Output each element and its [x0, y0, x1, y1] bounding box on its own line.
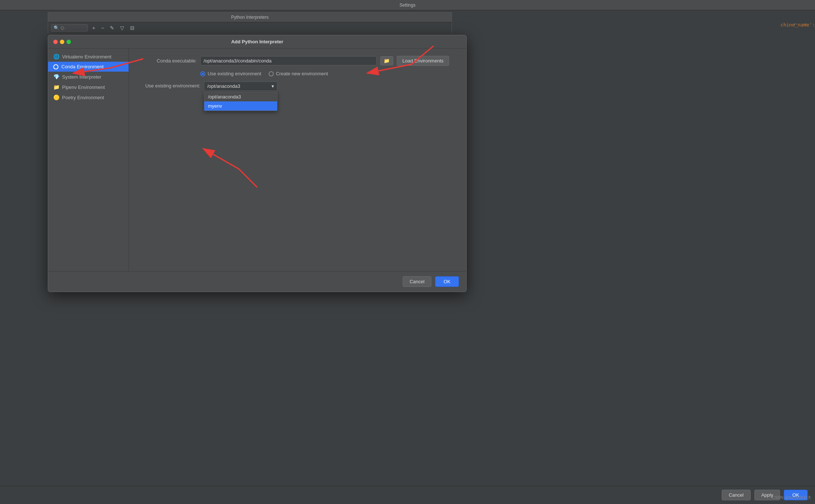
- sidebar-item-poetry[interactable]: 🟡 Poetry Environment: [48, 92, 129, 102]
- dialog-dot-max[interactable]: [67, 40, 71, 44]
- existing-env-row: Use existing environment: /opt/anaconda3…: [141, 82, 457, 91]
- use-existing-label: Use existing environment: [208, 71, 261, 76]
- machine-name-code: chine_name':: [780, 22, 815, 28]
- dialog-dot-min[interactable]: [60, 40, 64, 44]
- sidebar-item-label-conda: Conda Environment: [61, 64, 104, 69]
- load-environments-button[interactable]: Load Environments: [397, 56, 449, 66]
- dialog-title: Add Python Interpreter: [231, 39, 283, 44]
- dropdown-item-myenv[interactable]: myenv: [204, 101, 277, 111]
- search-box[interactable]: 🔍 Q-: [51, 24, 88, 32]
- remove-button[interactable]: −: [100, 24, 105, 32]
- conda-icon: [53, 64, 58, 69]
- csdn-badge: CSDN @boy快快长大: [772, 495, 811, 500]
- sidebar-item-label-virtualenv: Virtualenv Environment: [62, 54, 111, 60]
- sidebar-item-label-poetry: Poetry Environment: [62, 95, 104, 100]
- dialog-ok-button[interactable]: OK: [435, 276, 459, 287]
- sidebar-item-label-system: System Interpreter: [62, 74, 101, 80]
- python-interpreters-title: Python Interpreters: [231, 15, 269, 20]
- create-new-radio[interactable]: Create new environment: [269, 71, 328, 76]
- use-existing-radio-circle: [200, 71, 205, 76]
- conda-executable-label: Conda executable:: [138, 58, 197, 64]
- dropdown-item-anaconda3[interactable]: /opt/anaconda3: [204, 92, 277, 101]
- tree-button[interactable]: ⊟: [129, 24, 136, 32]
- sidebar-item-pipenv[interactable]: 📁 Pipenv Environment: [48, 82, 129, 92]
- environment-type-radio-group: Use existing environment Create new envi…: [200, 71, 457, 76]
- dialog-dot-close[interactable]: [53, 40, 58, 44]
- conda-content-area: Conda executable: 📁 Load Environments Us…: [129, 48, 466, 271]
- existing-env-dropdown[interactable]: /opt/anaconda3 ▾: [204, 82, 277, 91]
- pipenv-icon: 📁: [53, 84, 59, 90]
- search-placeholder: Q-: [61, 26, 65, 30]
- settings-title: Settings: [399, 3, 415, 8]
- dialog-cancel-button[interactable]: Cancel: [403, 276, 431, 287]
- add-python-interpreter-dialog: Add Python Interpreter 🌐 Virtualenv Envi…: [48, 35, 467, 292]
- existing-env-label: Use existing environment:: [141, 82, 200, 89]
- ide-background: Settings Python Interpreters 🔍 Q- + − ✎ …: [0, 0, 815, 504]
- settings-titlebar: Settings: [0, 0, 815, 10]
- folder-browse-button[interactable]: 📁: [380, 56, 393, 65]
- system-icon: 💎: [53, 74, 59, 80]
- python-interpreters-panel: Python Interpreters: [48, 12, 452, 22]
- dialog-dots: [53, 40, 71, 44]
- dialog-footer: Cancel OK: [48, 271, 466, 292]
- edit-button[interactable]: ✎: [108, 24, 116, 32]
- dialog-titlebar: Add Python Interpreter: [48, 35, 466, 48]
- dropdown-chevron-icon: ▾: [272, 83, 274, 89]
- sidebar-item-virtualenv[interactable]: 🌐 Virtualenv Environment: [48, 51, 129, 62]
- create-new-label: Create new environment: [276, 71, 328, 76]
- filter-button[interactable]: ▽: [119, 24, 126, 32]
- interpreter-toolbar: 🔍 Q- + − ✎ ▽ ⊟: [48, 22, 452, 33]
- conda-executable-input[interactable]: [200, 56, 377, 65]
- selected-env-value: /opt/anaconda3: [207, 83, 240, 89]
- settings-cancel-button[interactable]: Cancel: [722, 490, 750, 500]
- sidebar-item-conda[interactable]: Conda Environment: [48, 62, 129, 72]
- search-icon: 🔍: [54, 25, 59, 30]
- virtualenv-icon: 🌐: [53, 54, 59, 60]
- sidebar-item-label-pipenv: Pipenv Environment: [62, 84, 105, 90]
- existing-env-dropdown-container: /opt/anaconda3 ▾ /opt/anaconda3 myenv: [204, 82, 277, 91]
- conda-executable-row: Conda executable: 📁 Load Environments: [138, 56, 457, 66]
- sidebar-item-system[interactable]: 💎 System Interpreter: [48, 72, 129, 82]
- dialog-body: 🌐 Virtualenv Environment Conda Environme…: [48, 48, 466, 271]
- settings-bottom-bar: Cancel Apply OK: [0, 486, 815, 504]
- use-existing-radio[interactable]: Use existing environment: [200, 71, 261, 76]
- poetry-icon: 🟡: [53, 94, 59, 100]
- add-button[interactable]: +: [91, 24, 97, 32]
- create-new-radio-circle: [269, 71, 274, 76]
- interpreter-type-sidebar: 🌐 Virtualenv Environment Conda Environme…: [48, 48, 129, 271]
- existing-env-dropdown-menu: /opt/anaconda3 myenv: [204, 92, 277, 111]
